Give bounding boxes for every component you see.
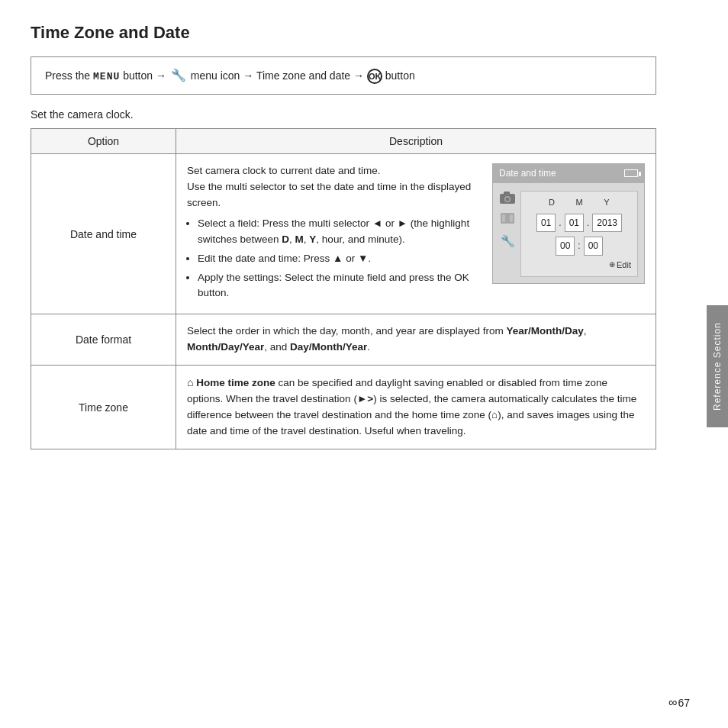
camera-screen-mockup: Date and time	[492, 163, 645, 284]
nav-arrow2: →	[243, 69, 253, 82]
menu-word: MENU	[93, 71, 120, 82]
ok-button-icon: OK	[367, 69, 382, 84]
date-format-day-month-year: Day/Month/Year	[290, 341, 367, 353]
option-time-zone: Time zone	[31, 366, 176, 449]
col-option-header: Option	[31, 129, 176, 154]
desc-date-and-time: Set camera clock to current date and tim…	[176, 154, 656, 314]
desc-bullets: Select a field: Press the multi selector…	[198, 216, 480, 302]
desc-line2: Use the multi selector to set the date a…	[187, 181, 471, 208]
cs-sidebar-icons: 🔧	[499, 188, 516, 250]
cs-label-m: M	[572, 196, 587, 209]
home-icon: ⌂	[187, 376, 193, 388]
wrench-icon: 🔧	[171, 69, 186, 82]
cs-time-values-row: 00 : 00	[527, 237, 631, 256]
cs-day-val: 01	[536, 214, 556, 233]
svg-rect-6	[510, 214, 513, 222]
nav-prefix: Press the	[45, 69, 90, 82]
option-date-format: Date format	[31, 314, 176, 366]
page-number-area: ∞ 67	[668, 696, 690, 710]
nav-part2: menu icon	[191, 69, 243, 82]
reference-section-tab: Reference Section	[707, 305, 728, 427]
cs-hour-val: 00	[556, 237, 575, 256]
cs-wrench-icon: 🔧	[501, 232, 515, 250]
nav-part3: Time zone and date	[256, 69, 353, 82]
cs-year-val: 2013	[592, 214, 622, 233]
col-description-header: Description	[176, 129, 656, 154]
nav-part1: button	[123, 69, 156, 82]
cs-sep1: .	[559, 216, 561, 230]
bullet-1: Select a field: Press the multi selector…	[198, 216, 480, 248]
battery-icon	[624, 169, 638, 177]
nav-part4: button	[385, 69, 415, 82]
cs-edit-icon: ⊕	[609, 259, 615, 272]
cs-body: 🔧 D M	[493, 183, 644, 283]
travel-dest-icon: ►>	[357, 393, 373, 404]
page-number-text: 67	[678, 697, 690, 709]
svg-rect-5	[502, 214, 505, 222]
nav-arrow1: →	[156, 69, 166, 82]
home-icon-2: ⌂	[491, 409, 498, 420]
option-date-and-time: Date and time	[31, 154, 176, 314]
cs-film-icon	[500, 212, 515, 224]
date-time-description-text: Set camera clock to current date and tim…	[187, 163, 480, 304]
cs-label-y: Y	[599, 196, 614, 209]
table-row: Date format Select the order in which th…	[31, 314, 656, 366]
cs-date-values-row: 01 . 01 . 2013	[527, 214, 631, 233]
bullet-2: Edit the date and time: Press ▲ or ▼.	[198, 251, 480, 267]
date-format-year-month-day: Year/Month/Day	[506, 325, 583, 337]
set-clock-text: Set the camera clock.	[31, 108, 656, 121]
desc-time-zone: ⌂ Home time zone can be specified and da…	[176, 366, 656, 449]
navigation-instruction: Press the MENU button → 🔧 menu icon → Ti…	[31, 56, 656, 95]
home-time-zone-label: Home time zone	[196, 377, 275, 388]
bullet-3: Apply the settings: Select the minute fi…	[198, 270, 480, 302]
cs-date-grid: D M Y 01	[520, 191, 638, 277]
cs-title-text: Date and time	[499, 166, 556, 181]
nav-arrow3: →	[353, 69, 364, 82]
cs-date-time-area: D M Y 01	[520, 188, 638, 277]
table-row: Time zone ⌂ Home time zone can be specif…	[31, 366, 656, 449]
cs-label-d: D	[544, 196, 559, 209]
page-title: Time Zone and Date	[31, 23, 656, 43]
cs-date-labels-row: D M Y	[527, 196, 631, 209]
svg-point-3	[506, 197, 510, 201]
cs-edit-label: Edit	[617, 259, 631, 272]
cs-title-bar: Date and time	[493, 164, 644, 183]
desc-line1: Set camera clock to current date and tim…	[187, 165, 381, 176]
table-row: Date and time Set camera clock to curren…	[31, 154, 656, 314]
cs-time-sep: :	[578, 239, 580, 253]
desc-date-format: Select the order in which the day, month…	[176, 314, 656, 366]
reference-section-label: Reference Section	[712, 322, 723, 411]
cs-month-val: 01	[565, 214, 584, 233]
cs-edit-row: ⊕ Edit	[527, 259, 631, 272]
svg-rect-1	[504, 192, 510, 195]
cs-camera-icon	[499, 191, 516, 205]
page-content: Time Zone and Date Press the MENU button…	[0, 0, 687, 480]
main-table: Option Description Date and time Set cam…	[31, 128, 656, 449]
page-icon: ∞	[668, 696, 675, 710]
cs-sep2: .	[587, 216, 589, 230]
cs-minute-val: 00	[584, 237, 603, 256]
date-format-month-day-year: Month/Day/Year	[187, 341, 264, 353]
